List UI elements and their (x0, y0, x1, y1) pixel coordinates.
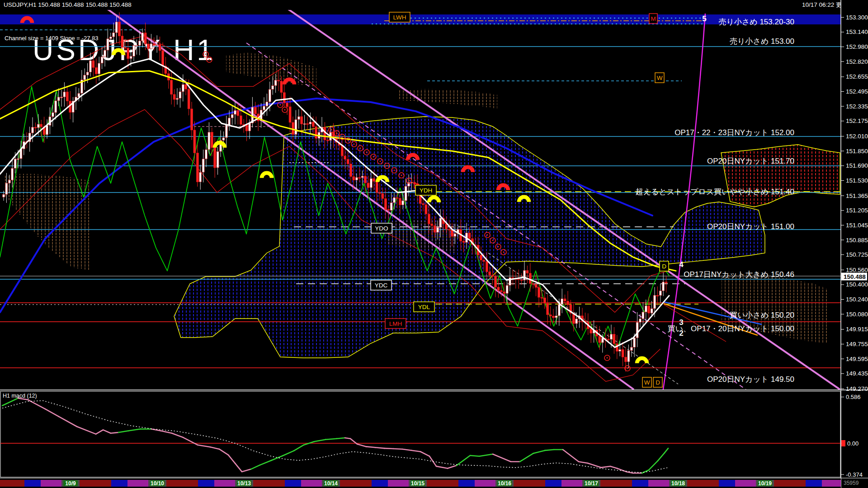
date-axis-segment[interactable] (80, 480, 111, 487)
boxed-label-text[interactable]: LMH (389, 320, 402, 327)
date-axis-segment[interactable] (632, 480, 648, 487)
date-axis-segment[interactable] (600, 480, 632, 487)
boxed-label-lmh[interactable]: LMH (385, 319, 406, 328)
date-label[interactable]: 10/19 (758, 480, 772, 487)
boxed-label-text[interactable]: D (656, 379, 660, 386)
candle-body (217, 151, 219, 168)
date-label[interactable]: 10/16 (498, 480, 511, 487)
price-axis-label: 150.885 (846, 237, 868, 244)
channel-number: 4 (679, 260, 684, 269)
boxed-label-text[interactable]: D (662, 263, 666, 270)
date-axis-segment[interactable] (388, 480, 409, 487)
candle-body (95, 67, 97, 74)
date-axis-segment[interactable] (561, 480, 582, 487)
date-axis-segment[interactable] (253, 480, 285, 487)
price-axis-label: 153.140 (846, 28, 868, 35)
date-axis-segment[interactable] (514, 480, 545, 487)
date-axis-segment[interactable] (806, 480, 822, 487)
date-axis-segment[interactable] (340, 480, 372, 487)
date-label[interactable]: 10/14 (324, 480, 338, 487)
date-axis-segment[interactable] (24, 480, 41, 487)
date-label[interactable]: 10/17 (585, 480, 598, 487)
date-axis-segment[interactable] (545, 480, 561, 487)
date-axis-segment[interactable] (687, 480, 719, 487)
candle-body (665, 282, 667, 283)
boxed-label-d[interactable]: D (660, 261, 669, 271)
boxed-label-text[interactable]: YDO (375, 225, 388, 232)
boxed-label-w[interactable]: W (642, 377, 651, 387)
date-axis-segment[interactable] (166, 480, 198, 487)
macd-axis-label: 0.586 (846, 394, 861, 400)
boxed-label-text[interactable]: YDL (418, 304, 430, 310)
price-annotation: 買い小さめ 150.20 (730, 311, 794, 319)
date-label[interactable]: 10/18 (671, 480, 685, 487)
candle-body (266, 102, 268, 106)
candle-body (526, 270, 528, 273)
date-label[interactable]: 10/15 (411, 480, 425, 487)
sell-signal-dot (366, 152, 368, 153)
boxed-label-text[interactable]: YDC (375, 282, 388, 289)
date-axis-segment[interactable] (0, 480, 24, 487)
date-axis-segment[interactable] (214, 480, 235, 487)
date-axis-segment[interactable] (822, 480, 841, 487)
date-axis-segment[interactable] (41, 480, 61, 487)
candle-body (156, 44, 158, 45)
date-axis-segment[interactable] (127, 480, 148, 487)
macd-main-line (375, 447, 384, 448)
boxed-label-text[interactable]: YDH (420, 187, 433, 194)
boxed-label-d[interactable]: D (653, 377, 662, 387)
candle-body (90, 61, 92, 72)
candle-body (179, 92, 181, 99)
candle-body (549, 315, 552, 316)
date-axis-segment[interactable] (735, 480, 756, 487)
candle-body (370, 178, 372, 188)
date-axis-segment[interactable] (372, 480, 388, 487)
price-annotation: OP20日NYカット 149.50 (707, 375, 794, 384)
candle-body (656, 295, 659, 296)
candle-body (572, 314, 575, 324)
boxed-label-w[interactable]: W (655, 73, 664, 83)
sell-signal-dot (503, 252, 505, 253)
candle-body (558, 305, 560, 316)
candle-body (40, 124, 42, 127)
date-label[interactable]: 10/10 (151, 480, 164, 487)
date-axis-segment[interactable] (198, 480, 214, 487)
date-axis-segment[interactable] (648, 480, 669, 487)
date-axis-segment[interactable] (719, 480, 735, 487)
candle-body (350, 164, 352, 177)
candle-body (208, 132, 210, 150)
candle-body (361, 176, 363, 178)
date-axis-segment[interactable] (427, 480, 458, 487)
boxed-label-ydc[interactable]: YDC (371, 280, 392, 290)
date-label[interactable]: 10/13 (237, 480, 251, 487)
date-axis-segment[interactable] (774, 480, 806, 487)
candle-body (193, 130, 196, 153)
macd-main-line (326, 439, 337, 440)
date-axis-segment[interactable] (301, 480, 322, 487)
candle-body (225, 125, 227, 138)
date-axis-segment[interactable] (111, 480, 127, 487)
boxed-label-lwh[interactable]: LWH (389, 12, 410, 22)
chart-surface[interactable]: USDJPY H1 LWHMWYDHYDOYDCYDLLMHDWD 5432 売… (0, 0, 868, 488)
date-axis-segment[interactable] (285, 480, 301, 487)
date-axis-segment[interactable] (475, 480, 495, 487)
candle-body (144, 33, 146, 44)
date-label[interactable]: 10/9 (65, 480, 76, 487)
candle-body (324, 127, 326, 140)
candle-body (393, 197, 396, 202)
boxed-label-ydo[interactable]: YDO (371, 223, 392, 233)
boxed-label-ydl[interactable]: YDL (414, 302, 434, 312)
date-axis[interactable]: 10/910/1010/1310/1410/1510/1610/1710/181… (0, 479, 841, 488)
date-axis-segment[interactable] (458, 480, 475, 487)
boxed-label-text[interactable]: M (651, 15, 656, 22)
price-axis-label: 152.820 (846, 58, 868, 65)
candle-body (425, 205, 427, 214)
boxed-label-text[interactable]: W (644, 379, 650, 386)
boxed-label-text[interactable]: LWH (393, 14, 406, 21)
price-axis-label: 150.400 (846, 281, 868, 288)
boxed-label-m[interactable]: M (649, 14, 657, 23)
macd-main-line (345, 438, 350, 439)
boxed-label-ydh[interactable]: YDH (415, 185, 436, 195)
boxed-label-text[interactable]: W (657, 75, 663, 81)
candle-body (607, 339, 609, 340)
